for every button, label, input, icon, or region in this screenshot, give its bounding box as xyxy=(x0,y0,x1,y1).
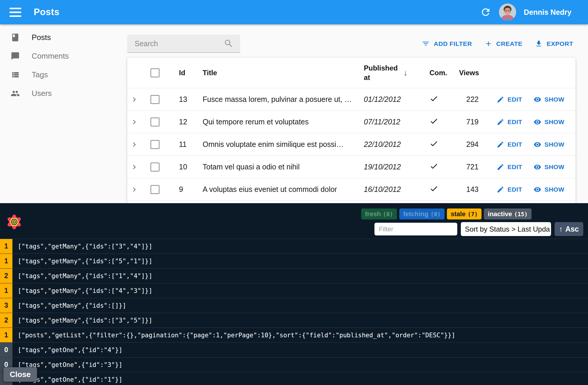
cell-views: 721 xyxy=(459,163,479,171)
app-bar: Posts Dennis Nedry xyxy=(0,0,588,24)
edit-button[interactable]: EDIT xyxy=(497,163,522,171)
query-key: ["tags","getMany",{"ids":["5","1"]}] xyxy=(12,254,152,268)
query-list: 1 ["tags","getMany",{"ids":["3","4"]}] 1… xyxy=(0,239,588,385)
menu-icon[interactable] xyxy=(9,6,23,18)
edit-button[interactable]: EDIT xyxy=(497,118,522,126)
query-key: ["posts","getList",{"filter":{},"paginat… xyxy=(12,328,455,342)
header-views[interactable]: Views xyxy=(459,69,479,77)
query-row[interactable]: 1 ["tags","getMany",{"ids":["5","1"]}] xyxy=(0,254,588,269)
observer-count-badge: 1 xyxy=(0,254,12,268)
cell-published-at: 22/10/2012 xyxy=(363,140,425,149)
user-name[interactable]: Dennis Nedry xyxy=(524,8,571,17)
observer-count-badge: 1 xyxy=(0,239,12,254)
close-devtools-button[interactable]: Close xyxy=(4,367,37,382)
query-status-badges: fresh (0) fetching (0) stale (7) inactiv… xyxy=(361,208,532,219)
cell-title: Fusce massa lorem, pulvinar a posuere ut… xyxy=(203,95,363,104)
cell-title: A voluptas eius eveniet ut commodi dolor xyxy=(203,185,363,194)
sidebar-item-tags[interactable]: Tags xyxy=(0,65,124,84)
cell-published-at: 07/11/2012 xyxy=(363,118,425,126)
query-row[interactable]: 1 ["tags","getMany",{"ids":["3","4"]}] xyxy=(0,239,588,254)
row-checkbox[interactable] xyxy=(151,118,159,126)
export-button[interactable]: EXPORT xyxy=(535,40,573,48)
chevron-right-icon[interactable] xyxy=(130,185,139,194)
chevron-right-icon[interactable] xyxy=(130,140,139,149)
query-row[interactable]: 2 ["tags","getMany",{"ids":["1","4"]}] xyxy=(0,269,588,283)
badge-inactive[interactable]: inactive (15) xyxy=(484,208,532,219)
arrow-up-icon: ↑ xyxy=(559,225,563,233)
posts-datagrid: Id Title Published at ↓ Com. Views 13 Fu… xyxy=(127,58,576,228)
header-id[interactable]: Id xyxy=(169,69,203,77)
cell-published-at: 19/10/2012 xyxy=(363,163,425,171)
observer-count-badge: 1 xyxy=(0,328,12,342)
query-row[interactable]: 1 ["posts","getList",{"filter":{},"pagin… xyxy=(0,328,588,343)
header-published-at[interactable]: Published at ↓ xyxy=(363,63,425,83)
refresh-icon[interactable] xyxy=(480,7,491,18)
pencil-icon xyxy=(497,186,504,193)
sidebar-item-posts[interactable]: Posts xyxy=(0,28,124,47)
plus-icon xyxy=(484,40,492,48)
search-box xyxy=(127,35,240,53)
row-checkbox[interactable] xyxy=(151,163,159,171)
sort-select[interactable]: Sort by Status > Last Upda xyxy=(461,222,551,236)
query-row[interactable]: 0 ["tags","getOne",{"id":"3"}] xyxy=(0,357,588,372)
sidebar-item-users[interactable]: Users xyxy=(0,84,124,103)
show-button[interactable]: SHOW xyxy=(534,141,564,148)
chevron-right-icon[interactable] xyxy=(130,118,139,126)
add-filter-button[interactable]: ADD FILTER xyxy=(422,40,472,48)
cell-title: Totam vel quasi a odio et nihil xyxy=(203,163,363,171)
header-commentable[interactable]: Com. xyxy=(425,69,459,77)
select-all-checkbox[interactable] xyxy=(151,68,159,77)
query-row[interactable]: 1 ["tags","getMany",{"ids":["4","3"]}] xyxy=(0,283,588,298)
row-checkbox[interactable] xyxy=(151,185,159,194)
cell-title: Qui tempore rerum et voluptates xyxy=(203,118,363,126)
check-icon xyxy=(429,117,438,126)
observer-count-badge: 2 xyxy=(0,269,12,283)
create-button[interactable]: CREATE xyxy=(484,40,522,48)
query-key: ["tags","getMany",{"ids":["3","5"]}] xyxy=(12,313,152,328)
pencil-icon xyxy=(497,96,504,103)
show-button[interactable]: SHOW xyxy=(534,96,564,103)
sort-desc-icon: ↓ xyxy=(403,68,408,78)
row-checkbox[interactable] xyxy=(151,140,159,149)
check-icon xyxy=(429,184,438,193)
show-button[interactable]: SHOW xyxy=(534,118,564,126)
chevron-right-icon[interactable] xyxy=(130,95,139,104)
sort-direction-button[interactable]: ↑ Asc xyxy=(555,222,583,236)
observer-count-badge: 1 xyxy=(0,283,12,298)
query-row[interactable]: 0 ["tags","getOne",{"id":"1"}] xyxy=(0,372,588,385)
cell-views: 719 xyxy=(459,118,479,126)
comment-icon xyxy=(11,52,20,61)
cell-id: 12 xyxy=(169,118,203,126)
devtools-controls: Sort by Status > Last Upda ↑ Asc xyxy=(374,222,583,236)
react-query-logo-icon xyxy=(4,211,24,232)
search-input[interactable] xyxy=(127,39,224,48)
query-row[interactable]: 3 ["tags","getMany",{"ids":[]}] xyxy=(0,298,588,313)
edit-button[interactable]: EDIT xyxy=(497,141,522,148)
badge-fresh[interactable]: fresh (0) xyxy=(361,208,397,219)
sidebar-item-comments[interactable]: Comments xyxy=(0,47,124,65)
sidebar-item-label: Comments xyxy=(32,52,69,61)
main-content: ADD FILTER CREATE EXPORT Id Title Publis… xyxy=(127,24,576,203)
chevron-right-icon[interactable] xyxy=(130,163,139,171)
show-button[interactable]: SHOW xyxy=(534,186,564,193)
show-button[interactable]: SHOW xyxy=(534,163,564,171)
badge-stale[interactable]: stale (7) xyxy=(447,208,482,219)
edit-button[interactable]: EDIT xyxy=(497,96,522,103)
eye-icon xyxy=(534,96,541,103)
page-title: Posts xyxy=(34,7,59,17)
query-row[interactable]: 2 ["tags","getMany",{"ids":["3","5"]}] xyxy=(0,313,588,328)
cell-views: 294 xyxy=(459,140,479,149)
query-filter-input[interactable] xyxy=(374,223,457,235)
sidebar-item-label: Users xyxy=(32,89,52,98)
row-checkbox[interactable] xyxy=(151,95,159,104)
edit-button[interactable]: EDIT xyxy=(497,186,522,193)
pencil-icon xyxy=(497,141,504,148)
avatar[interactable] xyxy=(499,4,516,21)
table-row: 13 Fusce massa lorem, pulvinar a posuere… xyxy=(127,88,576,111)
query-row[interactable]: 0 ["tags","getOne",{"id":"4"}] xyxy=(0,343,588,357)
observer-count-badge: 0 xyxy=(0,343,12,357)
table-row: 11 Omnis voluptate enim similique est po… xyxy=(127,133,576,156)
header-title[interactable]: Title xyxy=(203,69,363,77)
badge-fetching[interactable]: fetching (0) xyxy=(399,208,445,219)
check-icon xyxy=(429,162,438,171)
